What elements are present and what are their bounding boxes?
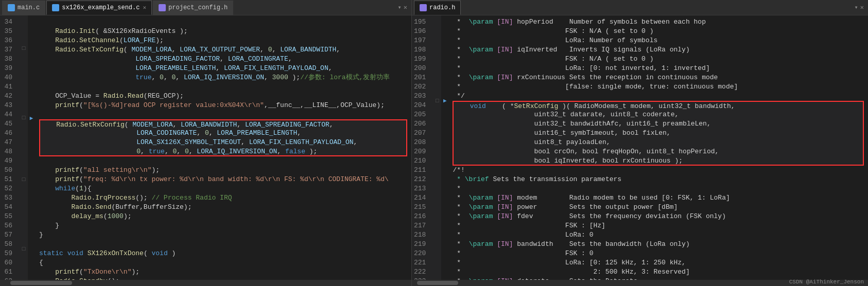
- tab-controls-left: ▾ ✕: [398, 4, 409, 11]
- left-hscrollbar-thumb[interactable]: [10, 281, 72, 285]
- left-code-editor: 3435363738394041424344454647484950515253…: [0, 15, 411, 280]
- tab-radio-h-label: radio.h: [429, 4, 455, 11]
- close-editor-icon-right[interactable]: ✕: [860, 4, 864, 11]
- left-code-content: Radio.Init( &SX126xRadioEvents ); Radio.…: [35, 15, 411, 280]
- tab-sx126x[interactable]: sx126x_example_send.c ✕: [46, 1, 152, 15]
- watermark: CSDN @AiThinker_Jenson: [789, 279, 864, 285]
- right-line-numbers: 1951961971981992002012022032042052062072…: [412, 15, 433, 280]
- h-file-icon-2: [420, 4, 427, 11]
- h-file-icon: [159, 4, 166, 11]
- left-line-numbers: 3435363738394041424344454647484950515253…: [0, 15, 20, 280]
- tab-controls-right: ▾ ✕: [855, 4, 866, 11]
- tab-sx126x-label: sx126x_example_send.c: [62, 4, 140, 11]
- arrow-gutter-right: ▶: [441, 15, 448, 280]
- right-tab-bar: radio.h ▾ ✕: [412, 0, 868, 15]
- left-hscrollbar[interactable]: [0, 280, 411, 286]
- tab-radio-h[interactable]: radio.h: [414, 1, 461, 15]
- fold-gutter-right: □: [433, 15, 441, 280]
- tab-project-config-label: project_config.h: [168, 4, 228, 11]
- c-file-icon-2: [52, 4, 59, 11]
- main-area: main.c sx126x_example_send.c ✕ project_c…: [0, 0, 868, 286]
- close-tab-icon[interactable]: ✕: [143, 4, 146, 11]
- split-down-icon-right[interactable]: ▾: [855, 4, 858, 11]
- tab-project-config[interactable]: project_config.h: [153, 1, 233, 15]
- tab-main-c[interactable]: main.c: [2, 1, 45, 15]
- split-down-icon[interactable]: ▾: [398, 4, 402, 11]
- right-editor-pane: radio.h ▾ ✕ 1951961971981992002012022032…: [412, 0, 868, 286]
- arrow-gutter-left: ▶: [28, 15, 35, 280]
- tab-main-c-label: main.c: [18, 4, 40, 11]
- c-file-icon: [8, 4, 15, 11]
- close-editor-icon[interactable]: ✕: [404, 4, 407, 11]
- left-editor-pane: main.c sx126x_example_send.c ✕ project_c…: [0, 0, 412, 286]
- right-hscrollbar-thumb[interactable]: [417, 281, 458, 285]
- fold-gutter-left: □ □ □ □: [20, 15, 28, 280]
- right-code-editor: 1951961971981992002012022032042052062072…: [412, 15, 868, 280]
- right-code-content: * \param [IN] hopPeriod Number of symbol…: [448, 15, 868, 280]
- left-tab-bar: main.c sx126x_example_send.c ✕ project_c…: [0, 0, 411, 15]
